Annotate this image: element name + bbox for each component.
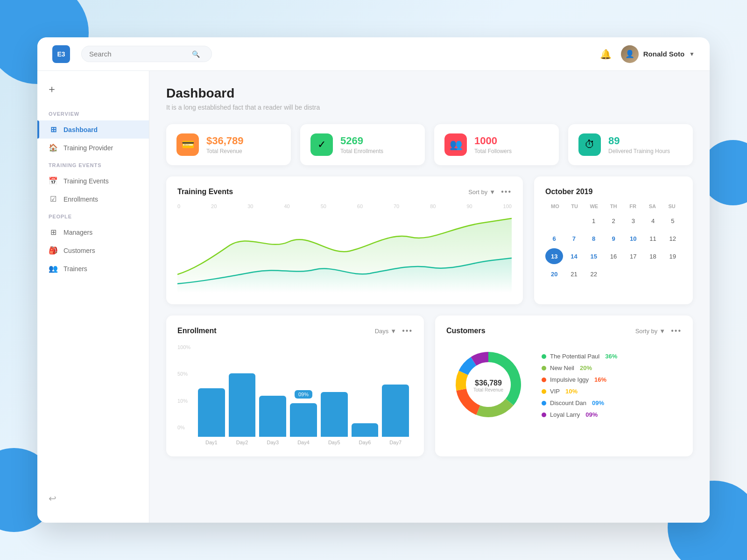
stat-label-revenue: Total Revenue: [206, 148, 244, 154]
enrollment-card-header: Enrollment Days ▼ •••: [177, 327, 413, 335]
search-icon: 🔍: [192, 50, 200, 58]
calendar-day-11[interactable]: 11: [644, 231, 662, 246]
calendar-day-empty: [605, 266, 622, 282]
sidebar-item-customers[interactable]: 🎒 Customers: [37, 241, 149, 259]
calendar-header: MOTUWETHFRSASU: [545, 203, 682, 209]
calendar-title: October 2019: [545, 188, 682, 196]
legend-dot: [542, 401, 546, 406]
enrollment-more-button[interactable]: •••: [402, 327, 413, 335]
sidebar-bottom: ↩: [37, 485, 149, 511]
stat-value-followers: 1000: [474, 135, 512, 147]
calendar-day-9[interactable]: 9: [605, 231, 622, 246]
bar-col-Day6: Day6: [352, 343, 379, 445]
calendar-day-12[interactable]: 12: [664, 231, 682, 246]
customers-sort-chevron-icon: ▼: [659, 328, 665, 335]
calendar-day-1[interactable]: 1: [585, 213, 603, 229]
legend-label: Loyal Larry: [550, 411, 580, 418]
calendar-day-15[interactable]: 15: [585, 248, 603, 264]
bar-Day3: [259, 396, 286, 437]
legend-dot: [542, 413, 546, 417]
chart-x-labels: 02030405060708090100: [177, 203, 512, 209]
stat-value-revenue: $36,789: [206, 135, 244, 147]
bar-Day1: [198, 388, 225, 437]
topbar-right: 🔔 👤 Ronald Soto ▼: [600, 45, 695, 63]
page-title: Dashboard: [166, 86, 693, 101]
sort-by-label: Sort by: [468, 189, 487, 196]
notification-button[interactable]: 🔔: [600, 49, 612, 60]
training-events-sort-button[interactable]: Sort by ▼: [468, 189, 495, 196]
calendar-icon: 📅: [49, 176, 58, 185]
calendar-day-10[interactable]: 10: [624, 231, 642, 246]
customers-controls: Sorty by ▼ •••: [635, 327, 682, 335]
legend-item-the-potential-paul: The Potential Paul 36%: [542, 353, 617, 360]
calendar-day-2[interactable]: 2: [605, 213, 622, 229]
stat-info-training_hours: 89 Delivered Training Hours: [608, 135, 670, 154]
calendar-day-14[interactable]: 14: [565, 248, 583, 264]
main-layout: ＋ OVERVIEW ⊞ Dashboard 🏠 Training Provid…: [37, 71, 710, 523]
legend-pct: 09%: [592, 399, 604, 406]
calendar-day-18[interactable]: 18: [644, 248, 662, 264]
overview-section-label: OVERVIEW: [37, 105, 149, 120]
bar-Day5: [321, 392, 348, 437]
stat-card-training_hours: ⏱ 89 Delivered Training Hours: [568, 124, 693, 165]
calendar-day-8[interactable]: 8: [585, 231, 603, 246]
managers-icon: ⊞: [49, 228, 58, 237]
stat-label-training_hours: Delivered Training Hours: [608, 148, 670, 154]
legend-pct: 20%: [580, 364, 592, 371]
add-button[interactable]: ＋: [47, 82, 57, 96]
calendar-day-7[interactable]: 7: [565, 231, 583, 246]
search-input[interactable]: [89, 50, 192, 58]
calendar-day-13[interactable]: 13: [545, 248, 563, 264]
bar-label-Day3: Day3: [267, 440, 279, 445]
bar-label-Day1: Day1: [205, 440, 218, 445]
training-events-more-button[interactable]: •••: [501, 188, 512, 196]
calendar-card: October 2019 MOTUWETHFRSASU 123456789101…: [534, 176, 693, 304]
calendar-day-6[interactable]: 6: [545, 231, 563, 246]
training-events-controls: Sort by ▼ •••: [468, 188, 512, 196]
sidebar-item-label-events: Training Events: [63, 177, 109, 185]
stat-icon-revenue: 💳: [176, 133, 199, 156]
sidebar-item-training-provider[interactable]: 🏠 Training Provider: [37, 139, 149, 157]
calendar-day-21[interactable]: 21: [565, 266, 583, 282]
people-section-label: PEOPLE: [37, 208, 149, 223]
stat-card-revenue: 💳 $36,789 Total Revenue: [166, 124, 291, 165]
sidebar-item-label-dashboard: Dashboard: [63, 126, 98, 133]
calendar-day-17[interactable]: 17: [624, 248, 642, 264]
customers-more-button[interactable]: •••: [671, 327, 682, 335]
calendar-day-20[interactable]: 20: [545, 266, 563, 282]
content: Dashboard It is a long established fact …: [149, 71, 710, 523]
training-events-card: Training Events Sort by ▼ ••• 0203040506…: [166, 176, 523, 304]
calendar-day-empty: [664, 266, 682, 282]
line-chart-svg: [177, 209, 512, 293]
legend-pct: 36%: [605, 353, 617, 360]
calendar-day-22[interactable]: 22: [585, 266, 603, 282]
bar-Day2: [229, 373, 256, 437]
calendar-day-19[interactable]: 19: [664, 248, 682, 264]
calendar-day-label: SU: [662, 203, 682, 209]
calendar-day-4[interactable]: 4: [644, 213, 662, 229]
donut-segment: [476, 399, 514, 417]
user-info[interactable]: 👤 Ronald Soto ▼: [621, 45, 695, 63]
sidebar-item-managers[interactable]: ⊞ Managers: [37, 223, 149, 241]
search-wrap[interactable]: 🔍: [81, 46, 212, 62]
legend-pct: 16%: [594, 376, 606, 383]
sidebar-item-label-enrollments: Enrollments: [63, 196, 98, 203]
donut-center-label: Total Revenue: [473, 387, 503, 392]
calendar-day-3[interactable]: 3: [624, 213, 642, 229]
calendar-day-empty: [545, 213, 563, 229]
calendar-day-16[interactable]: 16: [605, 248, 622, 264]
calendar-day-5[interactable]: 5: [664, 213, 682, 229]
training-events-section-label: TRAINING EVENTS: [37, 157, 149, 172]
calendar-day-label: FR: [623, 203, 643, 209]
sidebar-item-training-events[interactable]: 📅 Training Events: [37, 172, 149, 190]
sidebar-item-enrollments[interactable]: ☑ Enrollments: [37, 190, 149, 208]
logout-button[interactable]: ↩: [49, 493, 56, 504]
legend-label: VIP: [550, 388, 560, 395]
topbar: E3 🔍 🔔 👤 Ronald Soto ▼: [37, 37, 710, 71]
customers-sort-button[interactable]: Sorty by ▼: [635, 328, 666, 335]
sidebar-item-trainers[interactable]: 👥 Trainers: [37, 259, 149, 278]
legend-pct: 10%: [565, 388, 578, 395]
sidebar-item-dashboard[interactable]: ⊞ Dashboard: [37, 120, 149, 139]
enrollment-days-button[interactable]: Days ▼: [375, 328, 397, 335]
bag-icon: 🎒: [49, 246, 58, 255]
